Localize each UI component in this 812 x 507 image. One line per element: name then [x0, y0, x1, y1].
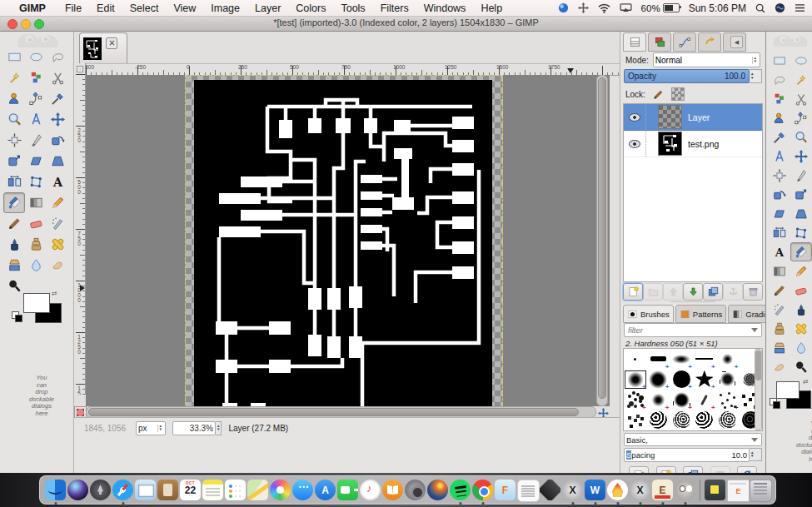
tool-perspective[interactable] — [791, 205, 811, 222]
spotlight-icon[interactable] — [755, 3, 765, 13]
tab-patterns[interactable]: Patterns — [675, 305, 726, 323]
dock-icon-maps[interactable] — [247, 480, 268, 500]
dock-icon-reminders[interactable] — [225, 480, 246, 500]
duplicate-layer-button[interactable] — [703, 283, 723, 301]
tool-foreground-select[interactable] — [4, 89, 24, 108]
dock-icon-safari[interactable] — [112, 480, 133, 500]
dock-icon-system-preferences[interactable] — [405, 480, 426, 500]
dock-icon-app-store[interactable]: A — [315, 480, 336, 500]
menu-file[interactable]: File — [65, 2, 82, 14]
tool-measure[interactable] — [770, 147, 790, 165]
tool-free-select[interactable] — [47, 47, 67, 67]
zoom-entry[interactable]: 33.3% — [172, 421, 216, 435]
tool-measure[interactable] — [26, 110, 46, 129]
tool-ellipse-select[interactable] — [26, 47, 46, 67]
lock-pixels-icon[interactable] — [652, 88, 665, 101]
dock-icon-eagle-doc[interactable]: E — [727, 480, 748, 500]
tool-dodge-burn[interactable] — [791, 358, 811, 375]
image-canvas[interactable] — [185, 75, 503, 406]
tool-rotate[interactable] — [47, 131, 67, 150]
tool-perspective-clone[interactable] — [770, 339, 790, 356]
tool-color-picker[interactable] — [770, 128, 790, 146]
menu-help[interactable]: Help — [481, 2, 502, 14]
notification-center-icon[interactable] — [795, 3, 805, 12]
tool-cage[interactable] — [26, 172, 46, 191]
dock-icon-trash[interactable] — [750, 480, 770, 500]
tool-flip[interactable] — [770, 224, 790, 241]
opacity-spinner[interactable]: ▲▼ — [750, 69, 762, 83]
tool-align[interactable] — [770, 167, 790, 184]
brush-cell[interactable] — [716, 410, 740, 431]
tab-brushes[interactable]: Brushes — [623, 305, 674, 323]
lock-alpha-icon[interactable] — [671, 87, 685, 101]
foreground-color-swatch[interactable] — [776, 381, 800, 399]
menu-edit[interactable]: Edit — [97, 2, 115, 14]
unit-dropdown[interactable]: px▲▼ — [136, 421, 166, 435]
tool-color-picker[interactable] — [47, 89, 67, 108]
zoom-spinner[interactable]: ▲▼ — [216, 421, 222, 435]
vertical-scrollbar[interactable] — [596, 75, 608, 406]
tool-scissors[interactable] — [791, 90, 811, 107]
brush-cell[interactable]: + — [647, 349, 670, 370]
brush-cell[interactable]: + — [716, 349, 740, 370]
battery-indicator[interactable]: 60% — [641, 3, 680, 13]
tool-pencil[interactable] — [791, 262, 811, 280]
tool-crop[interactable] — [791, 167, 811, 184]
tool-clone[interactable] — [26, 235, 46, 254]
dock-icon-itunes[interactable] — [360, 480, 381, 500]
tool-shear[interactable] — [26, 152, 46, 171]
tool-ellipse-select[interactable] — [791, 52, 811, 69]
dock-icon-inkscape[interactable] — [540, 480, 560, 500]
tool-align[interactable] — [4, 131, 24, 150]
brush-cell[interactable]: + — [670, 390, 693, 410]
tool-rotate[interactable] — [770, 186, 790, 203]
image-tab[interactable] — [79, 32, 127, 64]
brush-cell[interactable] — [647, 410, 670, 431]
lower-layer-button[interactable] — [683, 283, 703, 301]
dock-icon-finder[interactable] — [45, 480, 66, 500]
tool-smudge[interactable] — [770, 358, 790, 375]
brush-cell[interactable]: + — [647, 390, 670, 410]
dock-icon-siri[interactable] — [67, 480, 88, 500]
dock-icon-word[interactable]: W — [585, 480, 605, 500]
brush-cell[interactable]: + — [693, 370, 716, 390]
filter-funnel-icon[interactable] — [751, 328, 758, 332]
tool-airbrush[interactable] — [47, 214, 67, 233]
dock-icon-launchpad[interactable] — [90, 480, 111, 500]
tool-blur[interactable] — [791, 339, 811, 356]
tool-text[interactable]: A — [47, 172, 67, 191]
tab-channels[interactable] — [648, 32, 671, 52]
dock-icon-firefox[interactable] — [427, 480, 448, 500]
brush-cell[interactable]: + — [624, 390, 647, 410]
dock-icon-facetime[interactable] — [337, 480, 358, 500]
brush-filter-input[interactable] — [626, 325, 713, 336]
dock-icon-messages[interactable] — [292, 480, 313, 500]
swap-colors-icon[interactable]: ⇄ — [52, 290, 57, 297]
tool-paintbrush[interactable] — [4, 214, 24, 233]
tool-eraser[interactable] — [26, 214, 46, 233]
tool-zoom[interactable] — [4, 110, 24, 129]
color-swatch-area[interactable]: ⇄ — [771, 381, 812, 415]
dock-icon-spotify[interactable] — [450, 480, 471, 500]
spacing-spinner[interactable]: ▲▼ — [750, 448, 762, 461]
brush-cell[interactable] — [624, 349, 647, 370]
dock-icon-gimp[interactable] — [675, 480, 695, 500]
menu-colors[interactable]: Colors — [296, 2, 326, 14]
brush-cell[interactable] — [716, 370, 740, 390]
tool-ink[interactable] — [791, 301, 811, 318]
visibility-eye-icon[interactable] — [629, 113, 640, 122]
dock-icon-eagle[interactable]: E — [652, 480, 673, 500]
layer-thumbnail[interactable] — [658, 105, 682, 129]
layer-row-test.png[interactable]: test.png — [624, 131, 762, 157]
tool-ink[interactable] — [4, 235, 24, 254]
move-status-icon[interactable] — [578, 2, 589, 13]
app-menu-gimp[interactable]: GIMP — [19, 2, 46, 14]
tool-paths[interactable] — [791, 109, 811, 127]
dock-icon-fusion-360[interactable]: F — [495, 480, 516, 500]
tool-bucket-fill[interactable] — [790, 242, 812, 261]
airplay-icon[interactable] — [620, 3, 632, 12]
tool-blur[interactable] — [26, 256, 46, 275]
canvas-viewport[interactable] — [86, 75, 610, 406]
dock-icon-chrome[interactable] — [472, 480, 493, 500]
dock-icon-ibooks[interactable] — [382, 480, 403, 500]
